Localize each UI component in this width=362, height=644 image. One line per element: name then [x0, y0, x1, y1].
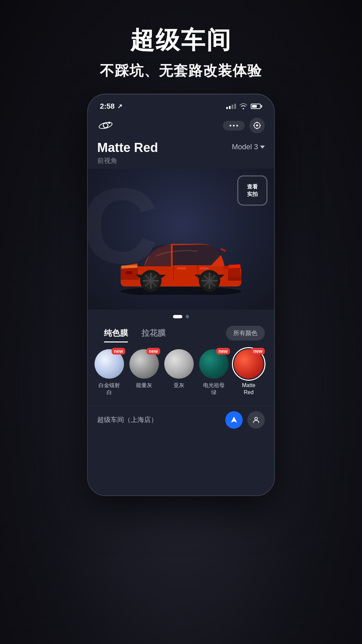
svg-rect-34 — [229, 265, 241, 268]
car-viewport: C 查看实拍 — [88, 169, 274, 310]
page-indicator-1 — [173, 315, 182, 318]
page-title: 超级车间 — [100, 27, 262, 53]
bottom-bar: 超级车间（上海店） — [88, 406, 274, 437]
location-icon: ↗ — [117, 103, 122, 110]
target-button[interactable] — [249, 118, 265, 133]
app-header — [88, 112, 274, 137]
all-colors-button[interactable]: 所有颜色 — [226, 326, 265, 340]
car-name-section: Matte Red 前视角 — [97, 141, 158, 165]
swatch-label-matte-red: MatteRed — [242, 382, 255, 396]
new-badge: new — [112, 348, 125, 355]
swatch-sub-gray[interactable]: 亚灰 — [164, 349, 194, 396]
svg-point-9 — [121, 287, 241, 295]
swatch-ball-container-active: new — [234, 349, 263, 379]
navigate-button[interactable] — [225, 411, 243, 429]
page-subtitle: 不踩坑、无套路改装体验 — [100, 61, 262, 80]
battery-icon — [251, 104, 262, 109]
car-image — [107, 228, 255, 296]
film-tabs: 纯色膜 拉花膜 所有颜色 — [88, 322, 274, 346]
swatch-energy-gray[interactable]: new 能量灰 — [129, 349, 159, 396]
svg-rect-11 — [126, 271, 132, 274]
phone-mockup: 2:58 ↗ — [87, 94, 275, 496]
swatch-label-energy-gray: 能量灰 — [136, 382, 152, 389]
wifi-icon — [239, 103, 247, 109]
tab-solid-film[interactable]: 纯色膜 — [97, 325, 135, 341]
store-name: 超级车间（上海店） — [97, 415, 158, 424]
status-time: 2:58 ↗ — [100, 102, 122, 111]
status-bar: 2:58 ↗ — [88, 94, 274, 112]
swatch-electric-green[interactable]: new 电光祖母绿 — [199, 349, 229, 396]
new-badge: new — [251, 348, 265, 355]
svg-rect-32 — [199, 267, 209, 269]
swatch-matte-red[interactable]: new MatteRed — [234, 349, 263, 396]
svg-point-1 — [99, 121, 113, 130]
new-badge: new — [216, 348, 230, 355]
page-indicator-2 — [186, 315, 189, 318]
car-name: Matte Red — [97, 141, 158, 155]
header-section: 超级车间 不踩坑、无套路改装体验 — [100, 0, 262, 80]
swatch-ball-sub-gray — [164, 349, 194, 379]
car-info: Matte Red 前视角 Model 3 — [88, 137, 274, 165]
swatch-pearl-white[interactable]: new 白金镭射白 — [95, 349, 124, 396]
svg-point-35 — [255, 417, 257, 420]
page-indicators — [88, 310, 274, 322]
real-photo-label: 查看实拍 — [247, 183, 258, 198]
svg-point-0 — [103, 123, 108, 128]
signal-icon — [226, 104, 236, 109]
view-label: 前视角 — [97, 156, 158, 165]
swatch-ball-container — [164, 349, 194, 379]
real-photo-button[interactable]: 查看实拍 — [237, 175, 267, 206]
person-button[interactable] — [247, 411, 265, 429]
svg-point-2 — [108, 122, 110, 124]
model-name: Model 3 — [232, 143, 258, 151]
swatch-label-electric-green: 电光祖母绿 — [203, 382, 225, 396]
more-options-button[interactable] — [223, 121, 245, 130]
swatch-label-pearl: 白金镭射白 — [99, 382, 120, 396]
tab-pattern-film[interactable]: 拉花膜 — [135, 325, 172, 341]
model-selector[interactable]: Model 3 — [232, 143, 265, 151]
swatch-ball-container: new — [95, 349, 124, 379]
film-tab-group: 纯色膜 拉花膜 — [97, 325, 172, 341]
swatch-ball-container: new — [129, 349, 159, 379]
status-icons — [226, 103, 262, 109]
swatch-label-sub-gray: 亚灰 — [174, 382, 184, 389]
swatch-ball-container: new — [199, 349, 229, 379]
svg-rect-12 — [228, 277, 241, 281]
bottom-action-buttons — [225, 411, 265, 429]
header-actions — [223, 118, 265, 133]
svg-rect-31 — [177, 267, 186, 269]
svg-point-4 — [256, 124, 258, 126]
chevron-down-icon — [260, 146, 265, 149]
new-badge: new — [146, 348, 160, 355]
app-logo — [97, 119, 116, 132]
color-swatches-row: new 白金镭射白 new 能量灰 亚灰 new 电光祖母绿 — [88, 346, 274, 403]
svg-rect-33 — [121, 265, 137, 268]
